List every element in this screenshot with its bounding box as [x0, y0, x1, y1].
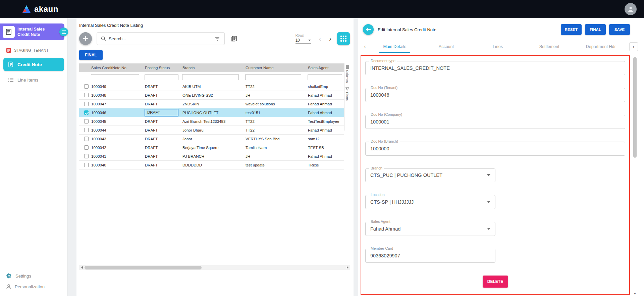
- cell-doc-no: 1000044: [89, 128, 143, 132]
- sidebar-item-settings[interactable]: Settings: [0, 268, 67, 283]
- delete-button[interactable]: DELETE: [483, 276, 508, 288]
- cell-posting-status: DRAFT: [143, 154, 180, 158]
- menu-collapse-icon[interactable]: [59, 28, 68, 36]
- row-checkbox[interactable]: [84, 84, 89, 89]
- columns-side-tab[interactable]: Columns: [345, 65, 349, 83]
- table-row[interactable]: 1000049 DRAFT AKIB UTM TT22 shaikotEmp: [79, 82, 344, 91]
- search-filter-icon[interactable]: [214, 36, 220, 42]
- cell-doc-no: 1000043: [89, 137, 143, 141]
- table-row[interactable]: 1000047 DRAFT 2NDSKIN wavelet solutions …: [79, 100, 344, 108]
- column-header[interactable]: Posting Status: [143, 66, 180, 70]
- editor-tab[interactable]: Lines: [472, 39, 524, 54]
- tenant-name: STAGING_TENANT: [14, 48, 49, 52]
- form-field[interactable]: Branch CTS_PUC | PUCHONG OUTLET: [365, 168, 495, 183]
- rows-per-page-select[interactable]: 10: [296, 38, 311, 44]
- back-button[interactable]: [363, 24, 374, 35]
- form-field[interactable]: Member Card 90368029907: [365, 249, 495, 263]
- cell-branch: PJ BRANCH: [180, 154, 244, 158]
- scroll-right-icon[interactable]: [345, 266, 350, 269]
- posting-status-value: DRAFT: [145, 146, 158, 150]
- form-field[interactable]: Doc No (Tenant) 1000046: [365, 88, 625, 102]
- editor-tab[interactable]: Main Details: [369, 39, 421, 54]
- user-icon: [627, 6, 634, 12]
- column-filter-input[interactable]: [245, 74, 301, 80]
- column-header[interactable]: Sales Agent: [306, 66, 344, 70]
- column-header[interactable]: Customer Name: [244, 66, 306, 70]
- table-row[interactable]: 1000042 DRAFT Berjaya Time Squere Tamils…: [79, 143, 344, 152]
- editor-tab[interactable]: Settlement: [524, 39, 575, 54]
- form-field[interactable]: Sales Agent Fahad Ahmad: [365, 222, 495, 236]
- horizontal-scroll-track[interactable]: [85, 265, 345, 270]
- table-row[interactable]: 1000046 DRAFT PUCHONG OUTLET test0151 Fa…: [79, 108, 344, 117]
- logo-triangle-icon: [22, 5, 31, 13]
- cell-sales-agent: TestTestEmployee: [306, 119, 344, 124]
- table-row[interactable]: 1000045 DRAFT Azri Branch Test1233453 TT…: [79, 117, 344, 126]
- final-button[interactable]: FINAL: [79, 50, 103, 60]
- editor-tab[interactable]: Account: [421, 39, 472, 54]
- scroll-left-icon[interactable]: [79, 266, 85, 269]
- cell-branch: ONE LIVING SS2: [180, 93, 244, 97]
- column-filter-input[interactable]: [308, 74, 342, 80]
- sidebar-item-personalization[interactable]: Personalization: [0, 283, 67, 296]
- editor-panel: Edit Internal Sales Credit Note RESET FI…: [358, 18, 644, 296]
- field-label: Doc No (Tenant): [369, 86, 399, 90]
- horizontal-scrollbar[interactable]: [79, 265, 350, 270]
- next-page-icon[interactable]: ›: [329, 35, 331, 42]
- sidebar-app-header[interactable]: Internal Sales Credit Note: [0, 23, 64, 40]
- horizontal-scroll-thumb[interactable]: [85, 266, 202, 269]
- vertical-scroll-thumb[interactable]: [633, 57, 637, 158]
- filters-side-tab[interactable]: Filters: [345, 87, 349, 101]
- cell-sales-agent: Fahad Ahmad: [306, 111, 344, 115]
- sidebar-item-credit-note[interactable]: Credit Note: [3, 58, 64, 71]
- table-row[interactable]: 1000040 DRAFT DDDDDDD test update TRixie: [79, 161, 344, 169]
- search-input[interactable]: [109, 36, 211, 41]
- table-row[interactable]: 1000044 DRAFT Johor Bharu TT22 Fahad Ahm…: [79, 126, 344, 135]
- checkbox-cell: [79, 145, 89, 150]
- reset-button[interactable]: RESET: [561, 24, 582, 35]
- settings-label: Settings: [15, 274, 31, 279]
- column-header[interactable]: Sales CreditNote No: [89, 66, 143, 70]
- add-record-button[interactable]: [79, 32, 92, 45]
- form-field[interactable]: Location CTS-SP | HHJJJJJJ: [365, 195, 495, 209]
- editor-tab[interactable]: Department Hdr: [575, 39, 627, 54]
- cell-posting-status: DRAFT: [143, 93, 180, 97]
- row-checkbox[interactable]: [84, 137, 89, 141]
- row-checkbox[interactable]: [84, 110, 89, 115]
- row-checkbox[interactable]: [84, 102, 89, 106]
- column-filter-input[interactable]: [182, 74, 239, 80]
- search-box: [97, 32, 225, 45]
- grid-view-button[interactable]: [337, 32, 350, 45]
- save-button[interactable]: SAVE: [609, 24, 630, 35]
- table-row[interactable]: 1000048 DRAFT ONE LIVING SS2 JH Fahad Ah…: [79, 91, 344, 100]
- cell-doc-no: 1000049: [89, 85, 143, 89]
- row-checkbox[interactable]: [84, 163, 89, 167]
- row-checkbox[interactable]: [84, 93, 89, 97]
- scroll-down-icon[interactable]: ▼: [633, 292, 637, 295]
- cell-doc-no: 1000048: [89, 93, 143, 97]
- form-field[interactable]: Doc No (Branch) 1000000: [365, 142, 625, 156]
- table-row[interactable]: 1000043 DRAFT Johor VERTHYS Sdn Bhd sam1…: [79, 135, 344, 143]
- topbar: akaun: [0, 0, 644, 18]
- column-header[interactable]: Branch: [180, 66, 244, 70]
- column-filter-input[interactable]: [91, 74, 139, 80]
- row-checkbox[interactable]: [84, 128, 89, 132]
- tenant-selector[interactable]: STAGING_TENANT: [6, 48, 67, 53]
- cell-sales-agent: TEST-SB: [306, 146, 344, 150]
- sidebar: Internal Sales Credit Note STAGING_TENAN…: [0, 18, 68, 296]
- final-button-editor[interactable]: FINAL: [585, 24, 606, 35]
- tabs-scroll-left-icon[interactable]: ‹: [361, 43, 369, 50]
- form-field[interactable]: Doc No (Company) 1000001: [365, 115, 625, 129]
- duplicate-view-icon[interactable]: [230, 35, 238, 43]
- row-checkbox[interactable]: [84, 145, 89, 150]
- table-row[interactable]: 1000041 DRAFT PJ BRANCH JH Fahad Ahmad: [79, 152, 344, 161]
- row-checkbox[interactable]: [84, 154, 89, 158]
- personalization-label: Personalization: [15, 284, 45, 289]
- column-filter-input[interactable]: [145, 74, 178, 80]
- row-checkbox[interactable]: [84, 119, 89, 124]
- user-avatar[interactable]: [625, 3, 637, 15]
- vertical-scrollbar[interactable]: ▼: [633, 57, 637, 296]
- sidebar-item-line-items[interactable]: Line Items: [3, 73, 64, 87]
- tabs-scroll-right-icon[interactable]: ›: [629, 42, 638, 51]
- previous-page-icon[interactable]: ‹: [319, 35, 321, 42]
- form-field[interactable]: Document type INTERNAL_SALES_CREDIT_NOTE: [365, 61, 625, 75]
